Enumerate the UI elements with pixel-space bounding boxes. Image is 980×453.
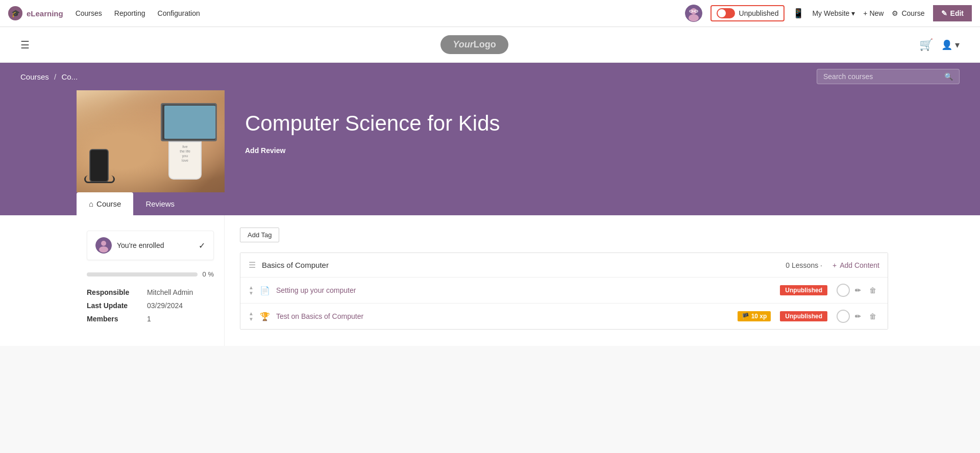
logo-your: Your xyxy=(453,39,473,49)
trophy-icon: 🏆 xyxy=(260,312,270,321)
cart-icon[interactable]: 🛒 xyxy=(919,38,933,52)
add-content-label: Add Content xyxy=(840,261,879,269)
arrow-up-icon-2: ▲ xyxy=(249,311,254,316)
content-item: ▲ ▼ 📄 Setting up your computer Unpublish… xyxy=(240,277,888,303)
last-update-label: Last Update xyxy=(87,301,143,310)
course-info: Computer Science for Kids Add Review xyxy=(225,90,980,192)
unpublished-toggle[interactable]: Unpublished xyxy=(710,5,785,21)
my-website-button[interactable]: My Website ▾ xyxy=(812,9,855,17)
add-content-button[interactable]: + Add Content xyxy=(832,261,879,269)
laptop-screen xyxy=(164,106,215,139)
progress-bar-wrapper: 0 % xyxy=(87,270,214,278)
my-website-label: My Website xyxy=(812,9,849,17)
content-link-1[interactable]: Setting up your computer xyxy=(276,286,774,294)
status-badge-2: Unpublished xyxy=(780,311,827,321)
toggle-switch xyxy=(717,8,735,18)
responsible-value: Mitchell Admin xyxy=(147,288,193,296)
svg-point-8 xyxy=(99,246,108,253)
meta-last-update: Last Update 03/29/2024 xyxy=(87,301,214,310)
action-group-2: ✏ 🗑 xyxy=(837,310,879,323)
cup-shape: livethe lifeyoulove xyxy=(168,141,202,180)
brand-name: eLearning xyxy=(27,9,63,18)
document-icon: 📄 xyxy=(260,286,270,295)
xp-badge: 🏴 10 xp xyxy=(738,311,771,321)
course-label: Course xyxy=(901,9,924,17)
gear-icon: ⚙ xyxy=(892,9,898,17)
phone-icon[interactable]: 📱 xyxy=(793,8,804,19)
enrolled-avatar xyxy=(95,237,112,254)
enrolled-badge: You're enrolled ✓ xyxy=(87,231,214,260)
nav-configuration[interactable]: Configuration xyxy=(158,9,200,17)
add-tag-button[interactable]: Add Tag xyxy=(240,228,279,242)
edit-icon-1[interactable]: ✏ xyxy=(852,286,864,294)
svg-point-2 xyxy=(689,14,699,21)
section-name: Basics of Computer xyxy=(262,261,779,269)
meta-members: Members 1 xyxy=(87,315,214,323)
responsible-label: Responsible xyxy=(87,288,143,296)
tab-course[interactable]: ⌂ Course xyxy=(77,192,133,215)
members-value: 1 xyxy=(147,315,151,323)
status-badge-1: Unpublished xyxy=(780,285,827,295)
nav-courses[interactable]: Courses xyxy=(76,9,102,17)
breadcrumb-current: Co... xyxy=(61,72,78,81)
user-icon[interactable]: 👤 ▾ xyxy=(941,39,960,51)
course-tabs: ⌂ Course Reviews xyxy=(0,192,980,215)
top-navbar: 🎓 eLearning Courses Reporting Configurat… xyxy=(0,0,980,27)
logo-logo: Logo xyxy=(474,39,496,49)
site-logo: YourLogo xyxy=(440,35,508,54)
brand-logo[interactable]: 🎓 eLearning xyxy=(8,6,63,20)
course-button[interactable]: ⚙ Course xyxy=(892,9,924,17)
arrow-down-icon: ▼ xyxy=(249,290,254,296)
new-button[interactable]: + New xyxy=(863,9,884,17)
check-icon: ✓ xyxy=(199,241,205,250)
arrow-down-icon-2: ▼ xyxy=(249,316,254,322)
move-arrows[interactable]: ▲ ▼ xyxy=(249,285,254,296)
section-row: ☰ Basics of Computer 0 Lessons · + Add C… xyxy=(240,253,888,330)
lessons-count-text: 0 Lessons xyxy=(786,261,818,269)
circle-button-1[interactable] xyxy=(837,284,850,297)
add-review-button[interactable]: Add Review xyxy=(245,146,285,155)
meta-responsible: Responsible Mitchell Admin xyxy=(87,288,214,296)
drag-handle-icon[interactable]: ☰ xyxy=(249,260,256,270)
content-item-2: ▲ ▼ 🏆 Test on Basics of Computer 🏴 10 xp… xyxy=(240,303,888,329)
progress-bar-bg xyxy=(87,272,198,276)
tab-reviews-label: Reviews xyxy=(145,199,175,208)
content-link-2[interactable]: Test on Basics of Computer xyxy=(276,312,731,320)
tab-course-label: Course xyxy=(96,199,121,208)
circle-button-2[interactable] xyxy=(837,310,850,323)
chevron-down-icon: ▾ xyxy=(851,9,855,17)
home-icon: ⌂ xyxy=(89,199,93,208)
search-input[interactable] xyxy=(823,72,940,81)
search-box[interactable]: 🔍 xyxy=(817,69,960,84)
cup-text: livethe lifeyoulove xyxy=(169,142,201,165)
last-update-value: 03/29/2024 xyxy=(147,301,183,310)
breadcrumb: Courses / Co... xyxy=(20,72,78,81)
breadcrumb-bar: Courses / Co... 🔍 xyxy=(0,63,980,90)
avatar[interactable] xyxy=(685,5,702,22)
svg-point-7 xyxy=(101,241,106,246)
edit-button[interactable]: ✎ Edit xyxy=(933,5,972,21)
search-icon: 🔍 xyxy=(944,72,953,81)
tab-reviews[interactable]: Reviews xyxy=(133,192,187,215)
progress-percent: 0 % xyxy=(203,270,214,278)
edit-icon-2[interactable]: ✏ xyxy=(852,312,864,320)
nav-reporting[interactable]: Reporting xyxy=(114,9,145,17)
enrolled-text: You're enrolled xyxy=(117,241,193,249)
arrow-up-icon: ▲ xyxy=(249,285,254,290)
trash-icon-2[interactable]: 🗑 xyxy=(866,312,879,320)
course-content-area: Add Tag ☰ Basics of Computer 0 Lessons ·… xyxy=(225,215,903,346)
website-header: ☰ YourLogo 🛒 👤 ▾ xyxy=(0,27,980,63)
edit-icon: ✎ xyxy=(941,9,947,17)
course-sidebar: You're enrolled ✓ 0 % Responsible Mitche… xyxy=(77,215,225,346)
lessons-dot: · xyxy=(820,261,822,269)
action-group-1: ✏ 🗑 xyxy=(837,284,879,297)
unpublished-label: Unpublished xyxy=(739,9,779,17)
hamburger-menu[interactable]: ☰ xyxy=(20,39,30,51)
nav-right: Unpublished 📱 My Website ▾ + New ⚙ Cours… xyxy=(685,5,972,22)
trash-icon-1[interactable]: 🗑 xyxy=(866,286,879,294)
brand-icon: 🎓 xyxy=(8,6,22,20)
move-arrows-2[interactable]: ▲ ▼ xyxy=(249,311,254,322)
breadcrumb-courses[interactable]: Courses xyxy=(20,72,49,81)
breadcrumb-separator: / xyxy=(54,72,56,81)
members-label: Members xyxy=(87,315,143,323)
